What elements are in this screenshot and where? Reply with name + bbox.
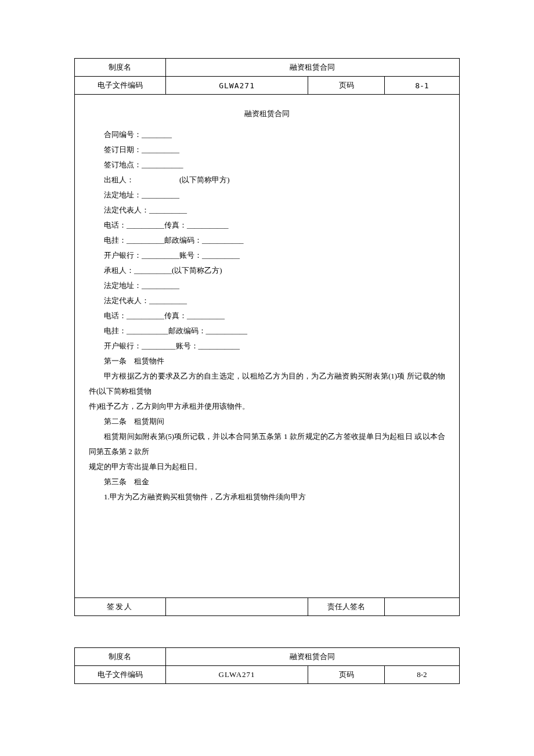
file-code-label: 电子文件编码 <box>75 77 166 95</box>
line-lessor: 出租人： (以下简称甲方) <box>89 172 445 188</box>
article-1-para-line2: 件)租予乙方，乙方则向甲方承租并使用该物件。 <box>89 399 445 414</box>
header-row-1: 制度名 融资租赁合同 <box>75 59 460 77</box>
line-bank-account-b: 开户银行：_________账号：___________ <box>89 339 445 354</box>
article-3-para: 1.甲方为乙方融资购买租赁物件，乙方承租租赁物件须向甲方 <box>89 489 445 505</box>
line-legal-address-b: 法定地址：__________ <box>89 278 445 293</box>
table-gap <box>74 616 460 647</box>
line-sign-place: 签订地点：___________ <box>89 157 445 172</box>
content-row: 融资租赁合同 合同编号：________ 签订日期：__________ 签订地… <box>75 95 460 598</box>
page-value-2: 8-2 <box>384 666 459 684</box>
system-name-label: 制度名 <box>75 59 166 77</box>
header-row-2: 电子文件编码 GLWA271 页码 8-1 <box>75 77 460 95</box>
page-label: 页码 <box>308 77 384 95</box>
page-label-2: 页码 <box>308 666 384 684</box>
document-table-1: 制度名 融资租赁合同 电子文件编码 GLWA271 页码 8-1 融资租赁合同 … <box>74 58 460 616</box>
file-code-value: GLWA271 <box>165 77 308 95</box>
signer-label: 责任人签名 <box>308 598 384 616</box>
page-value: 8-1 <box>384 77 459 95</box>
line-phone-fax-b: 电话：__________传真：__________ <box>89 308 445 323</box>
line-contract-no: 合同编号：________ <box>89 127 445 142</box>
line-lessee: 承租人：__________(以下简称乙方) <box>89 263 445 278</box>
system-name-value: 融资租赁合同 <box>165 59 459 77</box>
signer-value <box>384 598 459 616</box>
file-code-value-2: GLWA271 <box>165 666 308 684</box>
footer-row: 签发人 责任人签名 <box>75 598 460 616</box>
article-2-para-line1: 租赁期间如附表第(5)项所记载，并以本合同第五条第 1 款所规定的乙方签收提单日… <box>89 429 445 459</box>
header2-row-2: 电子文件编码 GLWA271 页码 8-2 <box>75 666 460 684</box>
header2-row-1: 制度名 融资租赁合同 <box>75 648 460 666</box>
line-cable-postal-b: 电挂：___________邮政编码：___________ <box>89 323 445 339</box>
article-1-para-line1: 甲方根据乙方的要求及乙方的自主选定，以租给乙方为目的，为乙方融资购买附表第(1)… <box>89 369 445 399</box>
content-cell: 融资租赁合同 合同编号：________ 签订日期：__________ 签订地… <box>75 95 460 598</box>
line-legal-rep-b: 法定代表人：__________ <box>89 293 445 308</box>
article-2-heading: 第二条 租赁期间 <box>89 414 445 429</box>
line-cable-postal-a: 电挂：__________邮政编码：___________ <box>89 233 445 248</box>
line-phone-fax-a: 电话：__________传真：___________ <box>89 218 445 233</box>
line-legal-rep-a: 法定代表人：__________ <box>89 203 445 218</box>
issuer-value <box>165 598 308 616</box>
issuer-label: 签发人 <box>75 598 166 616</box>
line-bank-account-a: 开户银行：__________账号：__________ <box>89 248 445 263</box>
article-1-heading: 第一条 租赁物件 <box>89 354 445 369</box>
article-2-para-line2: 规定的甲方寄出提单日为起租日。 <box>89 459 445 474</box>
contract-title: 融资租赁合同 <box>89 106 445 121</box>
document-table-2: 制度名 融资租赁合同 电子文件编码 GLWA271 页码 8-2 <box>74 647 460 684</box>
line-legal-address-a: 法定地址：__________ <box>89 188 445 203</box>
article-3-heading: 第三条 租金 <box>89 474 445 489</box>
system-name-value-2: 融资租赁合同 <box>165 648 459 666</box>
line-sign-date: 签订日期：__________ <box>89 142 445 157</box>
system-name-label-2: 制度名 <box>75 648 166 666</box>
file-code-label-2: 电子文件编码 <box>75 666 166 684</box>
